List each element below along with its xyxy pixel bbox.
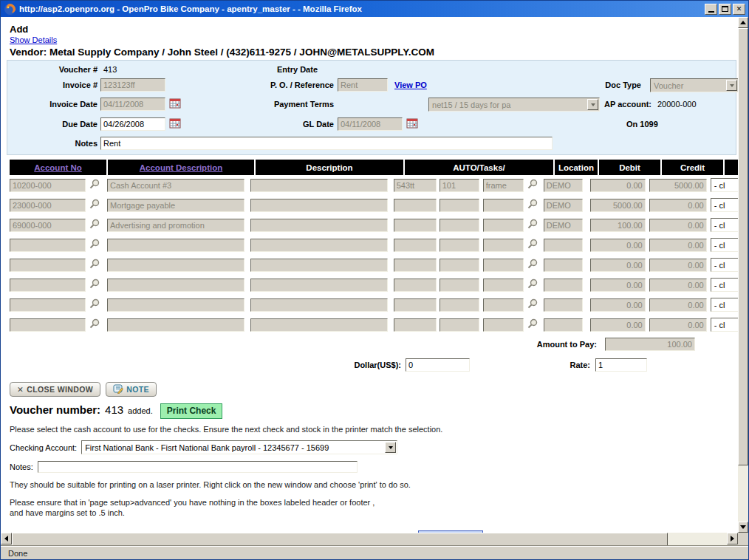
- location-input[interactable]: [544, 298, 583, 312]
- chevron-down-icon[interactable]: [385, 442, 396, 453]
- search-icon[interactable]: [527, 239, 538, 252]
- location-input[interactable]: [544, 219, 583, 232]
- auto-task-input-1[interactable]: [394, 279, 437, 292]
- description-input[interactable]: [250, 259, 388, 272]
- auto-task-input-3[interactable]: [483, 199, 524, 212]
- checking-account-select[interactable]: First National Bank - Fisrt National Ban…: [81, 440, 397, 454]
- calendar-icon[interactable]: [169, 98, 181, 111]
- account-no-input[interactable]: [10, 219, 86, 232]
- row-action-select[interactable]: - cl: [711, 218, 738, 232]
- credit-input[interactable]: [649, 279, 707, 292]
- horizontal-scrollbar[interactable]: [1, 533, 738, 546]
- description-input[interactable]: [250, 199, 388, 212]
- check-notes-input[interactable]: [38, 461, 358, 473]
- account-no-input[interactable]: [10, 279, 86, 292]
- row-action-select[interactable]: - cl: [711, 178, 738, 192]
- auto-task-input-3[interactable]: [483, 179, 524, 192]
- credit-input[interactable]: [649, 239, 707, 252]
- note-button[interactable]: NOTE: [106, 382, 157, 397]
- credit-input[interactable]: [649, 199, 707, 212]
- auto-task-input-1[interactable]: [394, 298, 437, 312]
- auto-task-input-3[interactable]: [483, 318, 524, 332]
- auto-task-input-1[interactable]: [394, 259, 437, 272]
- search-icon[interactable]: [89, 239, 100, 252]
- auto-task-input-2[interactable]: [440, 298, 479, 312]
- location-input[interactable]: [544, 279, 583, 292]
- account-no-input[interactable]: [10, 199, 86, 212]
- search-icon[interactable]: [89, 219, 100, 232]
- description-input[interactable]: [250, 279, 388, 292]
- account-description-input[interactable]: [107, 298, 244, 312]
- doc-type-select[interactable]: Voucher: [650, 78, 738, 92]
- auto-task-input-3[interactable]: [483, 279, 524, 292]
- debit-input[interactable]: [590, 219, 646, 232]
- rate-input[interactable]: [595, 358, 647, 372]
- account-description-input[interactable]: [107, 239, 244, 252]
- auto-task-input-1[interactable]: [394, 179, 437, 192]
- description-input[interactable]: [250, 318, 388, 332]
- debit-input[interactable]: [590, 199, 646, 212]
- credit-input[interactable]: [649, 259, 707, 272]
- credit-input[interactable]: [649, 318, 707, 332]
- auto-task-input-3[interactable]: [483, 219, 524, 232]
- auto-task-input-1[interactable]: [394, 199, 437, 212]
- close-window-button[interactable]: ✕CLOSE WINDOW: [10, 382, 100, 397]
- search-icon[interactable]: [527, 199, 538, 212]
- auto-task-input-1[interactable]: [394, 219, 437, 232]
- calendar-icon[interactable]: [169, 117, 181, 131]
- invoice-number-input[interactable]: [100, 78, 165, 92]
- account-no-input[interactable]: [10, 179, 86, 192]
- auto-task-input-2[interactable]: [440, 318, 479, 332]
- notes-input[interactable]: [100, 137, 553, 150]
- print-check-button[interactable]: Print Check: [160, 403, 223, 419]
- close-button[interactable]: ✕: [733, 4, 745, 15]
- location-input[interactable]: [544, 179, 583, 192]
- debit-input[interactable]: [590, 318, 646, 332]
- account-description-input[interactable]: [107, 279, 244, 292]
- auto-task-input-3[interactable]: [483, 239, 524, 252]
- search-icon[interactable]: [89, 199, 100, 212]
- debit-input[interactable]: [590, 298, 646, 312]
- location-input[interactable]: [544, 259, 583, 272]
- account-no-input[interactable]: [10, 259, 86, 272]
- minimize-button[interactable]: [705, 4, 717, 15]
- search-icon[interactable]: [89, 259, 100, 272]
- auto-task-input-3[interactable]: [483, 259, 524, 272]
- invoice-date-input[interactable]: [100, 98, 165, 111]
- auto-task-input-3[interactable]: [483, 298, 524, 312]
- chevron-down-icon[interactable]: [726, 80, 737, 91]
- search-icon[interactable]: [527, 179, 538, 192]
- account-no-sort-link[interactable]: Account No: [34, 163, 82, 172]
- search-icon[interactable]: [89, 318, 100, 332]
- row-action-select[interactable]: - cl: [711, 278, 738, 292]
- search-icon[interactable]: [527, 298, 538, 312]
- description-input[interactable]: [250, 239, 388, 252]
- search-icon[interactable]: [89, 279, 100, 292]
- due-date-input[interactable]: [100, 117, 165, 131]
- account-no-input[interactable]: [10, 318, 86, 332]
- location-input[interactable]: [544, 199, 583, 212]
- vertical-scroll-thumb[interactable]: [738, 28, 748, 465]
- account-description-input[interactable]: [107, 179, 244, 192]
- account-no-input[interactable]: [10, 298, 86, 312]
- credit-input[interactable]: [649, 298, 707, 312]
- credit-input[interactable]: [649, 179, 707, 192]
- auto-task-input-2[interactable]: [440, 279, 479, 292]
- search-icon[interactable]: [527, 318, 538, 332]
- dollar-input[interactable]: [406, 358, 470, 372]
- debit-input[interactable]: [590, 259, 646, 272]
- gl-date-input[interactable]: [338, 117, 403, 131]
- amount-to-pay-input[interactable]: [605, 338, 695, 351]
- auto-task-input-1[interactable]: [394, 318, 437, 332]
- auto-task-input-2[interactable]: [440, 199, 479, 212]
- account-description-input[interactable]: [107, 318, 244, 332]
- location-input[interactable]: [544, 239, 583, 252]
- account-description-input[interactable]: [107, 259, 244, 272]
- auto-task-input-2[interactable]: [440, 219, 479, 232]
- description-input[interactable]: [250, 179, 388, 192]
- row-action-select[interactable]: - cl: [711, 298, 738, 312]
- debit-input[interactable]: [590, 179, 646, 192]
- auto-task-input-2[interactable]: [440, 179, 479, 192]
- vertical-scrollbar[interactable]: [738, 17, 748, 533]
- account-description-sort-link[interactable]: Account Description: [140, 163, 222, 172]
